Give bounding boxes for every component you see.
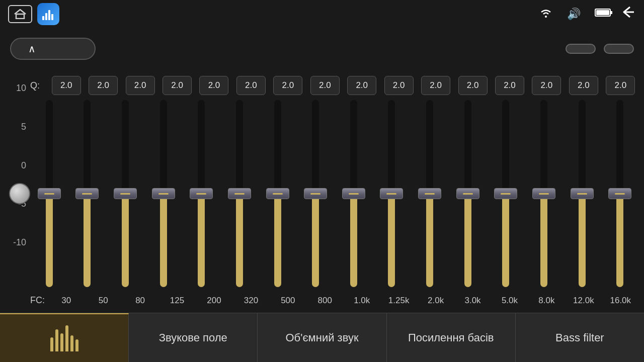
fader-track-10: [426, 100, 433, 287]
q-value-3[interactable]: 2.0: [163, 76, 192, 95]
fader-track-8: [350, 100, 357, 287]
fader-thumb-12[interactable]: [494, 188, 517, 199]
fader-column-3: [149, 98, 178, 289]
fader-column-0: [35, 98, 64, 289]
q-value-15[interactable]: 2.0: [606, 76, 635, 95]
fc-value-7: 800: [310, 296, 340, 306]
fader-thumb-11[interactable]: [456, 188, 479, 199]
fc-value-13: 8.0k: [532, 296, 561, 306]
fc-value-4: 200: [199, 296, 228, 306]
y-label-5: 5: [21, 122, 26, 132]
fader-track-5: [236, 100, 243, 287]
tab-soundfield[interactable]: Звукове поле: [129, 313, 258, 362]
settings-button[interactable]: [566, 44, 596, 54]
svg-rect-4: [51, 14, 53, 20]
volume-icon: 🔊: [567, 8, 581, 21]
home-button[interactable]: [8, 5, 32, 23]
fader-track-0: [46, 100, 53, 287]
fader-track-1: [84, 100, 91, 287]
fc-value-5: 320: [236, 296, 266, 306]
fader-thumb-13[interactable]: [532, 188, 555, 199]
eq-bar-3: [65, 325, 68, 351]
default-button[interactable]: [604, 44, 634, 54]
q-value-10[interactable]: 2.0: [421, 76, 450, 95]
fader-thumb-15[interactable]: [608, 188, 631, 199]
q-value-5[interactable]: 2.0: [236, 76, 266, 95]
eq-bar-1: [55, 329, 58, 351]
tab-bassfilter[interactable]: Bass filter: [516, 313, 644, 362]
tab-label-bassboost: Посилення басів: [408, 331, 494, 344]
status-bar: 🔊: [0, 0, 644, 28]
fader-thumb-1[interactable]: [75, 188, 99, 199]
q-value-12[interactable]: 2.0: [495, 76, 524, 95]
fc-value-6: 500: [273, 296, 302, 306]
eq-bar-0: [50, 337, 53, 351]
fc-value-14: 12.0k: [569, 296, 598, 306]
fader-thumb-10[interactable]: [418, 188, 441, 199]
q-value-0[interactable]: 2.0: [52, 76, 81, 95]
fc-value-11: 3.0k: [458, 296, 488, 306]
fader-track-3: [160, 100, 167, 287]
header-controls: ∧: [0, 31, 644, 66]
q-value-13[interactable]: 2.0: [532, 76, 561, 95]
eq-bar-5: [75, 339, 78, 351]
q-values: 2.02.02.02.02.02.02.02.02.02.02.02.02.02…: [48, 76, 639, 95]
fc-value-9: 1.25k: [384, 296, 414, 306]
y-label-0: 0: [21, 160, 26, 171]
fader-thumb-9[interactable]: [380, 188, 403, 199]
tab-label-soundfield: Звукове поле: [159, 331, 227, 344]
preset-dropdown[interactable]: ∧: [10, 38, 96, 60]
svg-rect-1: [42, 16, 44, 20]
status-left: [8, 3, 59, 25]
app-icon[interactable]: [37, 3, 59, 25]
q-value-14[interactable]: 2.0: [569, 76, 598, 95]
q-value-6[interactable]: 2.0: [273, 76, 302, 95]
fader-column-10: [415, 98, 444, 289]
fader-thumb-3[interactable]: [152, 188, 175, 199]
q-value-7[interactable]: 2.0: [310, 76, 340, 95]
fc-value-15: 16.0k: [606, 296, 635, 306]
fc-value-0: 30: [52, 296, 81, 306]
svg-point-5: [545, 16, 547, 18]
fader-track-6: [274, 100, 281, 287]
q-value-8[interactable]: 2.0: [347, 76, 376, 95]
battery-icon: [595, 8, 613, 21]
q-value-2[interactable]: 2.0: [126, 76, 155, 95]
fader-thumb-0[interactable]: [38, 188, 61, 199]
tab-eq[interactable]: [0, 313, 129, 362]
back-icon[interactable]: [620, 5, 636, 23]
fc-value-10: 2.0k: [421, 296, 450, 306]
svg-rect-7: [610, 11, 612, 14]
fader-thumb-14[interactable]: [571, 188, 594, 199]
fader-thumb-6[interactable]: [266, 188, 289, 199]
fader-column-9: [377, 98, 406, 289]
q-value-9[interactable]: 2.0: [384, 76, 414, 95]
fader-column-14: [568, 98, 597, 289]
fader-column-2: [111, 98, 140, 289]
fader-thumb-5[interactable]: [228, 188, 251, 199]
fader-thumb-8[interactable]: [342, 188, 365, 199]
fader-thumb-4[interactable]: [190, 188, 213, 199]
fader-column-11: [453, 98, 482, 289]
svg-rect-8: [596, 10, 609, 15]
tab-bassboost[interactable]: Посилення басів: [387, 313, 516, 362]
tab-surround[interactable]: Об'ємний звук: [258, 313, 386, 362]
circle-button[interactable]: [9, 183, 30, 204]
fc-value-8: 1.0k: [347, 296, 376, 306]
fader-column-4: [187, 98, 216, 289]
eq-bar-4: [70, 335, 73, 351]
fader-thumb-2[interactable]: [114, 188, 137, 199]
fader-column-5: [225, 98, 254, 289]
fader-track-4: [198, 100, 205, 287]
q-label: Q:: [30, 80, 48, 91]
fader-track-11: [464, 100, 471, 287]
faders-row: [30, 98, 639, 289]
q-value-1[interactable]: 2.0: [89, 76, 118, 95]
q-value-11[interactable]: 2.0: [458, 76, 488, 95]
fc-value-2: 80: [126, 296, 155, 306]
q-value-4[interactable]: 2.0: [199, 76, 228, 95]
fader-thumb-7[interactable]: [304, 188, 327, 199]
fc-label: FC:: [30, 295, 48, 306]
fc-value-12: 5.0k: [495, 296, 524, 306]
fader-column-15: [605, 98, 634, 289]
